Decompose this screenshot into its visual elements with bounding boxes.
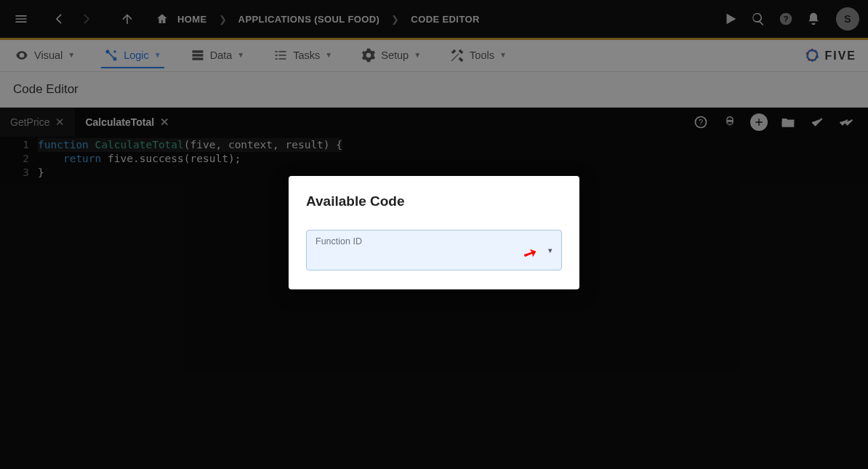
line-gutter: 1 2 3 — [0, 138, 38, 180]
avatar-initial: S — [844, 13, 851, 25]
editor-tab-strip: GetPrice ✕ CalculateTotal ✕ ? — [0, 108, 868, 137]
line-number: 2 — [0, 152, 29, 166]
line-number: 1 — [0, 138, 29, 152]
code-body[interactable]: 1 2 3 function CalculateTotal(five, cont… — [0, 137, 868, 180]
check-all-button[interactable] — [837, 113, 855, 131]
chevron-down-icon: ▼ — [499, 51, 507, 59]
back-button[interactable] — [47, 7, 71, 31]
svg-point-4 — [113, 50, 116, 52]
nav-tools-label: Tools — [470, 49, 494, 61]
topbar: HOME ❯ APPLICATIONS (SOUL FOOD) ❯ CODE E… — [0, 0, 868, 38]
forward-button — [74, 7, 99, 31]
breadcrumb-home[interactable]: HOME — [172, 11, 213, 28]
chevron-right-icon: ❯ — [388, 14, 402, 25]
nav-setup[interactable]: Setup▼ — [358, 44, 424, 68]
chevron-down-icon: ▼ — [414, 51, 421, 59]
close-icon[interactable]: ✕ — [160, 116, 169, 129]
breadcrumb-code-editor[interactable]: CODE EDITOR — [405, 11, 485, 28]
dropdown-label: Function ID — [316, 236, 552, 246]
nav-tasks[interactable]: Tasks▼ — [270, 44, 335, 68]
chevron-down-icon: ▼ — [68, 51, 75, 59]
breadcrumb: HOME ❯ APPLICATIONS (SOUL FOOD) ❯ CODE E… — [156, 11, 486, 28]
page-title: Code Editor — [0, 72, 868, 108]
nav-logic[interactable]: Logic▼ — [101, 44, 164, 68]
chevron-down-icon: ▼ — [237, 51, 244, 59]
editor-tab-calculatetotal[interactable]: CalculateTotal ✕ — [75, 108, 180, 137]
nav-logic-label: Logic — [124, 49, 149, 61]
breadcrumb-applications[interactable]: APPLICATIONS (SOUL FOOD) — [233, 11, 386, 28]
nav-setup-label: Setup — [381, 49, 409, 61]
chevron-down-icon: ▼ — [154, 51, 161, 59]
chevron-down-icon: ▾ — [548, 246, 552, 255]
line-number: 3 — [0, 166, 29, 180]
brand-logo: FIVE — [804, 48, 856, 64]
code-line[interactable]: return five.success(result); — [38, 152, 342, 166]
nav-tasks-label: Tasks — [293, 49, 320, 61]
svg-text:?: ? — [699, 118, 703, 127]
hint-button[interactable]: ? — [692, 113, 710, 131]
close-icon[interactable]: ✕ — [55, 116, 65, 129]
avatar[interactable]: S — [836, 7, 859, 31]
available-code-modal: Available Code Function ID ▾ ➚ — [289, 176, 579, 289]
nav-visual-label: Visual — [34, 49, 63, 61]
up-button[interactable] — [115, 7, 140, 31]
add-button[interactable] — [750, 113, 768, 131]
code-line[interactable]: function CalculateTotal(five, context, r… — [38, 138, 342, 152]
editor-tab-getprice[interactable]: GetPrice ✕ — [0, 108, 75, 137]
toolbar-nav: Visual▼ Logic▼ Data▼ Tasks▼ Setup▼ Tools… — [0, 40, 868, 72]
nav-data-label: Data — [210, 49, 233, 61]
code-lines[interactable]: function CalculateTotal(five, context, r… — [38, 138, 342, 180]
search-button[interactable] — [746, 7, 771, 31]
chevron-down-icon: ▼ — [325, 51, 332, 59]
home-icon — [156, 12, 169, 25]
chevron-right-icon: ❯ — [216, 14, 230, 25]
help-button[interactable]: ? — [773, 7, 798, 31]
check-button[interactable] — [808, 113, 826, 131]
notifications-button[interactable] — [801, 7, 826, 31]
ai-button[interactable] — [721, 113, 739, 131]
editor-actions: ? — [692, 113, 868, 131]
function-id-dropdown[interactable]: Function ID ▾ ➚ — [306, 230, 562, 270]
svg-marker-6 — [805, 48, 820, 63]
open-folder-button[interactable] — [779, 113, 797, 131]
nav-tools[interactable]: Tools▼ — [447, 44, 510, 68]
tab-label: CalculateTotal — [85, 116, 154, 128]
menu-button[interactable] — [9, 7, 33, 31]
tab-label: GetPrice — [10, 116, 49, 128]
modal-title: Available Code — [306, 193, 562, 209]
svg-text:?: ? — [783, 14, 788, 23]
run-button[interactable] — [718, 7, 743, 31]
nav-visual[interactable]: Visual▼ — [12, 44, 78, 68]
brand-text: FIVE — [824, 49, 856, 63]
nav-data[interactable]: Data▼ — [188, 44, 248, 68]
